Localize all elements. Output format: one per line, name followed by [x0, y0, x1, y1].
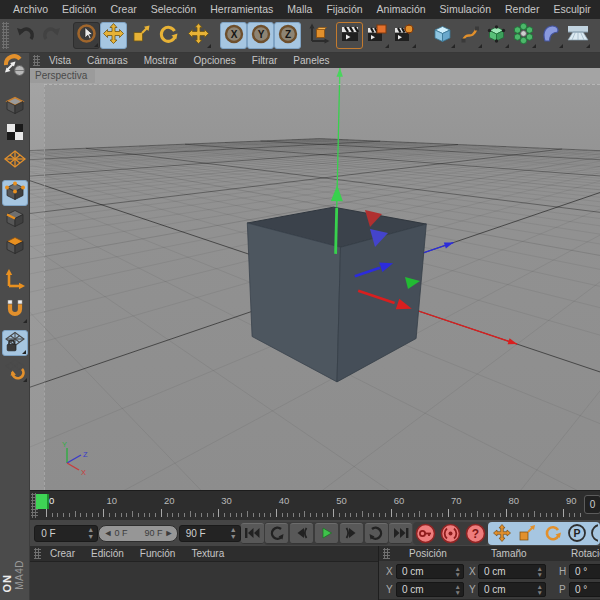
polygons-mode-button[interactable]: [2, 234, 28, 260]
position-y-field[interactable]: 0 cm▲▼: [396, 582, 464, 597]
coordinate-system-button[interactable]: [305, 22, 332, 49]
prev-frame-button[interactable]: [290, 523, 313, 544]
axis-cross-button[interactable]: [185, 22, 212, 49]
floor-button[interactable]: [564, 22, 591, 49]
cloner-button[interactable]: [510, 22, 537, 49]
workplane-rotate-button[interactable]: [2, 357, 28, 383]
timeline-menu-edicion[interactable]: Edición: [83, 548, 132, 559]
snap-button[interactable]: [2, 298, 28, 324]
deformer-button[interactable]: [537, 22, 564, 49]
range-end-field[interactable]: 90 F ▲▼: [179, 525, 241, 542]
viewport-menu-mostrar[interactable]: Mostrar: [136, 55, 186, 66]
goto-end-button[interactable]: [389, 523, 412, 544]
loop-button[interactable]: [365, 523, 388, 544]
spinner-arrows-icon[interactable]: ▲▼: [455, 566, 461, 578]
subdivision-surface-button[interactable]: [483, 22, 510, 49]
scale-tool-button[interactable]: [127, 22, 154, 49]
position-x-field[interactable]: 0 cm▲▼: [396, 564, 464, 579]
ruler-tick: [580, 513, 581, 517]
spinner-arrows-icon[interactable]: ▲▼: [230, 526, 237, 540]
render-picture-viewer-button[interactable]: [363, 22, 390, 49]
model-mode-button[interactable]: [2, 94, 28, 120]
make-editable-button[interactable]: [2, 55, 28, 81]
size-x-field[interactable]: 0 cm▲▼: [478, 564, 546, 579]
rotation-p-field[interactable]: 0 °: [569, 582, 600, 597]
help-button[interactable]: ?: [464, 523, 487, 544]
viewport-menu-filtrar[interactable]: Filtrar: [244, 55, 286, 66]
range-slider-left-arrow-icon[interactable]: ◄: [103, 528, 112, 538]
current-frame-box[interactable]: 0: [584, 495, 600, 514]
autokey-button[interactable]: [439, 523, 462, 544]
cube-primitive-button[interactable]: [429, 22, 456, 49]
render-settings-button[interactable]: [390, 22, 417, 49]
coordinate-system-icon: [307, 22, 331, 50]
rotation-h-field[interactable]: 0 °: [569, 564, 600, 579]
menu-fijacion[interactable]: Fijación: [319, 0, 369, 19]
render-view-button[interactable]: [336, 22, 363, 49]
edges-mode-button[interactable]: [2, 207, 28, 233]
x-axis-lock-button[interactable]: X: [220, 22, 247, 49]
playhead-marker[interactable]: [36, 494, 49, 509]
viewport-menu-opciones[interactable]: Opciones: [186, 55, 244, 66]
spinner-arrows-icon[interactable]: ▲▼: [537, 566, 543, 578]
menu-render[interactable]: Render: [498, 0, 546, 19]
frame-range-slider[interactable]: ◄ 0 F 90 F ►: [98, 525, 178, 542]
ruler-tick: [230, 513, 231, 517]
range-slider-right-arrow-icon[interactable]: ►: [165, 528, 174, 538]
z-axis-lock-button[interactable]: Z: [274, 22, 301, 49]
menu-archivo[interactable]: Archivo: [6, 0, 55, 19]
workplane-lock-button[interactable]: [2, 330, 28, 356]
z-lock-icon: Z: [277, 23, 299, 49]
toolbar-drag-handle[interactable]: [2, 22, 9, 49]
points-mode-button[interactable]: [2, 180, 28, 206]
workplane-mode-button[interactable]: [2, 148, 28, 174]
range-start-field[interactable]: 0 F ▲▼: [34, 525, 98, 542]
timeline-ruler[interactable]: 0102030405060708090 0: [30, 490, 600, 520]
viewport-menu-camaras[interactable]: Cámaras: [79, 55, 136, 66]
spline-button[interactable]: [456, 22, 483, 49]
spinner-arrows-icon[interactable]: ▲▼: [537, 584, 543, 596]
spinner-arrows-icon[interactable]: ▲▼: [455, 584, 461, 596]
timeline-menu-funcion[interactable]: Función: [132, 548, 184, 559]
texture-mode-button[interactable]: [2, 121, 28, 147]
y-axis-lock-button[interactable]: Y: [247, 22, 274, 49]
menu-esculpir[interactable]: Esculpir: [546, 0, 597, 19]
redo-button[interactable]: [38, 22, 65, 49]
timeline-menu-textura[interactable]: Textura: [183, 548, 232, 559]
timeline-menu-handle[interactable]: [34, 548, 41, 559]
goto-start-button[interactable]: [241, 523, 264, 544]
size-y-field[interactable]: 0 cm▲▼: [478, 582, 546, 597]
viewport-menu-vista[interactable]: Vista: [41, 55, 79, 66]
scale-icon: [130, 23, 152, 49]
play-backward-button[interactable]: [265, 523, 288, 544]
menu-animacion[interactable]: Animación: [370, 0, 433, 19]
timeline-track-area[interactable]: [30, 561, 378, 600]
timeline-menu-crear[interactable]: Crear: [42, 548, 83, 559]
coordinate-manager-handle[interactable]: [383, 548, 390, 559]
viewport-3d[interactable]: Perspectiva Y Z X: [30, 68, 600, 490]
menu-edicion[interactable]: Edición: [55, 0, 103, 19]
viewport-menu-paneles[interactable]: Paneles: [285, 55, 337, 66]
record-parameter-toggle[interactable]: P: [565, 523, 588, 544]
record-key-button[interactable]: [414, 523, 437, 544]
move-tool-button[interactable]: [100, 22, 127, 49]
ruler-label-70: 70: [451, 495, 462, 506]
record-rotation-toggle[interactable]: [540, 523, 563, 544]
menu-malla[interactable]: Malla: [280, 0, 319, 19]
rotate-tool-button[interactable]: [154, 22, 181, 49]
view-label[interactable]: Perspectiva: [30, 69, 95, 83]
record-position-toggle[interactable]: [490, 523, 513, 544]
live-selection-button[interactable]: [73, 22, 100, 49]
play-button[interactable]: [315, 523, 338, 544]
menu-crear[interactable]: Crear: [103, 0, 143, 19]
undo-button[interactable]: [11, 22, 38, 49]
axis-mode-button[interactable]: [2, 268, 28, 294]
menu-seleccion[interactable]: Selección: [144, 0, 204, 19]
record-pla-toggle[interactable]: [590, 523, 598, 544]
spinner-arrows-icon[interactable]: ▲▼: [87, 526, 94, 540]
menu-herramientas[interactable]: Herramientas: [203, 0, 280, 19]
viewport-menu-handle[interactable]: [33, 55, 40, 66]
menu-simulacion[interactable]: Simulación: [433, 0, 498, 19]
next-frame-button[interactable]: [340, 523, 363, 544]
record-scale-toggle[interactable]: [515, 523, 538, 544]
